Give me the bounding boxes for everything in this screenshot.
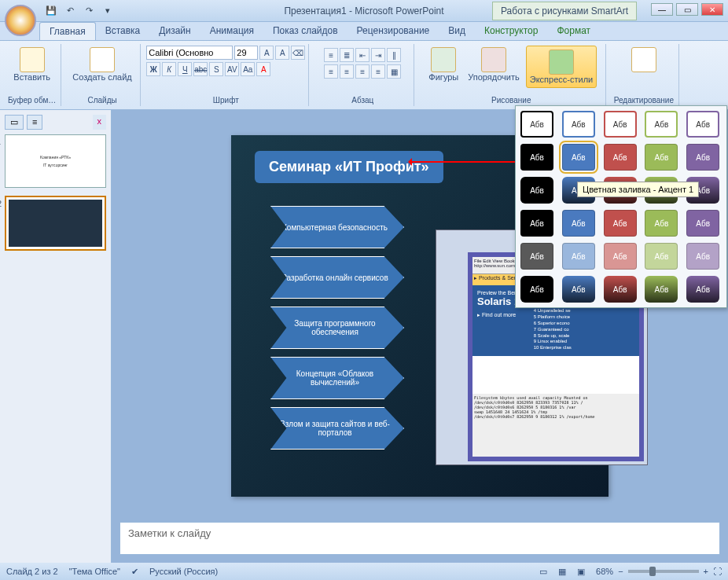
tab-review[interactable]: Рецензирование bbox=[347, 22, 439, 40]
tab-view[interactable]: Вид bbox=[439, 22, 475, 40]
indent-dec-icon[interactable]: ⇤ bbox=[355, 48, 370, 62]
clear-format-icon[interactable]: ⌫ bbox=[291, 46, 305, 60]
express-icon bbox=[549, 50, 574, 75]
spacing-button[interactable]: AV bbox=[225, 62, 239, 76]
tab-animation[interactable]: Анимация bbox=[200, 22, 263, 40]
paragraph-label: Абзац bbox=[351, 96, 373, 105]
font-group-label: Шрифт bbox=[213, 96, 239, 105]
express-styles-button[interactable]: Экспресс-стили bbox=[526, 46, 597, 88]
style-swatch[interactable]: Абв bbox=[645, 210, 678, 237]
align-left-icon[interactable]: ≡ bbox=[324, 64, 338, 79]
save-icon[interactable]: 💾 bbox=[44, 4, 58, 18]
slide-thumb-2[interactable]: 2 bbox=[5, 196, 106, 251]
fit-window-icon[interactable]: ⛶ bbox=[713, 567, 722, 576]
ribbon: Вставить Буфер обм… Создать слайд Слайды… bbox=[0, 41, 728, 110]
smartart-arrows[interactable]: Компьютерная безопасность Разработка онл… bbox=[270, 206, 404, 450]
arrow-item[interactable]: Концепция «Облаков вычислений» bbox=[270, 357, 404, 399]
style-swatch[interactable]: Абв bbox=[686, 276, 719, 303]
style-swatch[interactable]: Абв bbox=[604, 111, 637, 138]
grow-font-icon[interactable]: A bbox=[259, 46, 274, 60]
bullets-icon[interactable]: ≡ bbox=[324, 48, 338, 62]
arrow-item[interactable]: Компьютерная безопасность bbox=[270, 206, 404, 248]
tab-insert[interactable]: Вставка bbox=[96, 22, 150, 40]
columns-icon[interactable]: ▦ bbox=[387, 64, 401, 79]
style-swatch[interactable]: Абв bbox=[686, 243, 719, 270]
qat-more-icon[interactable]: ▾ bbox=[101, 4, 115, 18]
tab-format[interactable]: Формат bbox=[547, 22, 600, 40]
style-swatch[interactable]: Абв bbox=[562, 243, 595, 270]
paste-button[interactable]: Вставить bbox=[10, 46, 53, 83]
tab-design[interactable]: Дизайн bbox=[149, 22, 200, 40]
align-center-icon[interactable]: ≡ bbox=[340, 64, 354, 79]
bold-button[interactable]: Ж bbox=[146, 62, 160, 76]
new-slide-button[interactable]: Создать слайд bbox=[69, 46, 134, 83]
slide-thumbnails-panel: ▭ ≡ x 1 Компания «РТК»IT аутсорсинг 2 bbox=[0, 110, 112, 563]
style-swatch[interactable]: Абв bbox=[520, 144, 553, 171]
shrink-font-icon[interactable]: A bbox=[275, 46, 289, 60]
style-swatch[interactable]: Абв bbox=[520, 243, 553, 270]
indent-inc-icon[interactable]: ⇥ bbox=[371, 48, 385, 62]
zoom-slider[interactable] bbox=[628, 570, 699, 573]
style-swatch[interactable]: Абв bbox=[562, 144, 595, 171]
style-swatch[interactable]: Абв bbox=[645, 111, 678, 138]
style-swatch[interactable]: Абв bbox=[520, 210, 553, 237]
tab-home[interactable]: Главная bbox=[39, 22, 96, 40]
zoom-level[interactable]: 68% bbox=[596, 567, 613, 576]
font-size-select[interactable] bbox=[234, 46, 258, 60]
style-swatch[interactable]: Абв bbox=[686, 210, 719, 237]
slide-title-shape[interactable]: Семинар «ИТ Профит» bbox=[255, 151, 443, 183]
office-button[interactable] bbox=[5, 5, 36, 36]
style-swatch[interactable]: Абв bbox=[562, 276, 595, 303]
slides-view-tab[interactable]: ▭ bbox=[5, 115, 24, 130]
zoom-out-icon[interactable]: − bbox=[618, 567, 623, 576]
minimize-button[interactable]: — bbox=[651, 3, 673, 16]
outline-view-tab[interactable]: ≡ bbox=[27, 115, 42, 130]
style-swatch[interactable]: Абв bbox=[604, 276, 637, 303]
strike-button[interactable]: abc bbox=[193, 62, 208, 76]
maximize-button[interactable]: ▭ bbox=[676, 3, 698, 16]
numbering-icon[interactable]: ≣ bbox=[340, 48, 354, 62]
style-swatch[interactable]: Абв bbox=[520, 276, 553, 303]
style-swatch[interactable]: Абв bbox=[645, 276, 678, 303]
arrange-button[interactable]: Упорядочить bbox=[465, 46, 522, 83]
style-swatch[interactable]: Абв bbox=[686, 144, 719, 171]
editing-button[interactable] bbox=[628, 46, 660, 74]
redo-icon[interactable]: ↷ bbox=[82, 4, 96, 18]
arrow-item[interactable]: Защита программного обеспечения bbox=[270, 307, 404, 349]
style-swatch[interactable]: Абв bbox=[645, 144, 678, 171]
undo-icon[interactable]: ↶ bbox=[63, 4, 77, 18]
style-swatch[interactable]: Абв bbox=[604, 144, 637, 171]
close-button[interactable]: ✕ bbox=[701, 3, 723, 16]
style-swatch[interactable]: Абв bbox=[686, 111, 719, 138]
case-button[interactable]: Aa bbox=[241, 62, 255, 76]
shapes-button[interactable]: Фигуры bbox=[425, 46, 461, 83]
style-swatch[interactable]: Абв bbox=[645, 243, 678, 270]
style-swatch[interactable]: Абв bbox=[520, 111, 553, 138]
align-right-icon[interactable]: ≡ bbox=[355, 64, 370, 79]
style-swatch[interactable]: Абв bbox=[604, 210, 637, 237]
font-name-select[interactable] bbox=[146, 46, 233, 60]
style-swatch[interactable]: Абв bbox=[562, 210, 595, 237]
style-swatch[interactable]: Абв bbox=[604, 243, 637, 270]
justify-icon[interactable]: ≡ bbox=[371, 64, 385, 79]
normal-view-icon[interactable]: ▭ bbox=[539, 567, 547, 577]
underline-button[interactable]: Ч bbox=[178, 62, 192, 76]
zoom-in-icon[interactable]: + bbox=[704, 567, 708, 576]
shadow-button[interactable]: S bbox=[209, 62, 223, 76]
tab-constructor[interactable]: Конструктор bbox=[475, 22, 547, 40]
tab-slideshow[interactable]: Показ слайдов bbox=[263, 22, 347, 40]
arrow-item[interactable]: Взлом и защита сайтов и веб-порталов bbox=[270, 407, 404, 450]
slide-thumb-1[interactable]: 1 Компания «РТК»IT аутсорсинг bbox=[5, 134, 106, 188]
italic-button[interactable]: К bbox=[162, 62, 176, 76]
spellcheck-icon[interactable]: ✔ bbox=[131, 567, 138, 577]
font-color-button[interactable]: A bbox=[256, 62, 270, 76]
panel-close-icon[interactable]: x bbox=[93, 115, 107, 130]
arrow-item[interactable]: Разработка онлайн сервисов bbox=[270, 256, 404, 299]
style-swatch[interactable]: Абв bbox=[520, 177, 553, 204]
language-indicator[interactable]: Русский (Россия) bbox=[149, 567, 218, 576]
style-swatch[interactable]: Абв bbox=[562, 111, 595, 138]
slideshow-view-icon[interactable]: ▣ bbox=[577, 567, 585, 577]
notes-pane[interactable]: Заметки к слайду bbox=[119, 522, 720, 555]
sorter-view-icon[interactable]: ▦ bbox=[558, 567, 566, 577]
line-spacing-icon[interactable]: ‖ bbox=[387, 48, 401, 62]
